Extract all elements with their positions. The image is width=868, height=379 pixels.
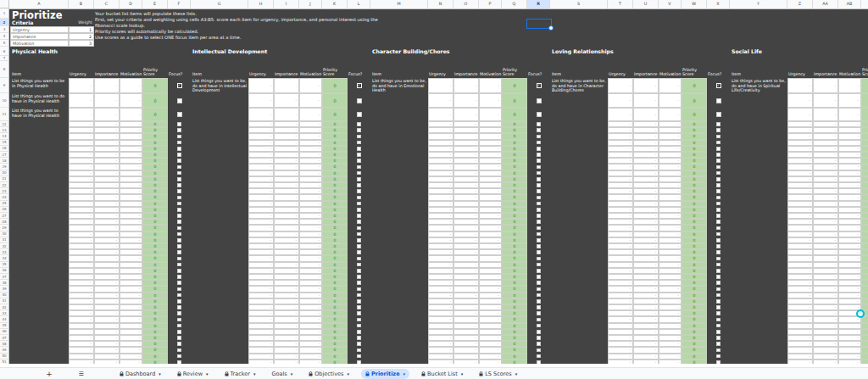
item-cell[interactable] bbox=[191, 158, 248, 164]
priority-score-cell[interactable]: 0 bbox=[502, 140, 527, 146]
priority-score-cell[interactable]: 0 bbox=[142, 170, 168, 176]
urgency-cell[interactable]: - bbox=[428, 127, 453, 133]
motivation-cell[interactable]: - bbox=[659, 219, 682, 225]
motivation-cell[interactable]: - bbox=[299, 268, 322, 274]
urgency-cell[interactable]: - bbox=[608, 316, 633, 322]
urgency-cell[interactable]: - bbox=[69, 335, 94, 341]
motivation-cell[interactable]: - bbox=[299, 108, 322, 121]
item-cell[interactable] bbox=[550, 243, 608, 249]
urgency-cell[interactable]: - bbox=[608, 182, 633, 188]
item-cell[interactable] bbox=[10, 237, 69, 243]
motivation-cell[interactable]: - bbox=[479, 354, 502, 359]
item-cell[interactable] bbox=[370, 140, 428, 146]
motivation-cell[interactable]: - bbox=[838, 201, 861, 207]
focus-checkbox[interactable] bbox=[716, 122, 721, 126]
importance-cell[interactable]: - bbox=[453, 293, 479, 298]
motivation-cell[interactable]: - bbox=[479, 146, 502, 152]
focus-checkbox[interactable] bbox=[537, 214, 541, 218]
item-cell[interactable] bbox=[550, 274, 608, 280]
row-header-37[interactable]: 37 bbox=[0, 274, 8, 280]
importance-cell[interactable]: - bbox=[633, 225, 659, 231]
importance-cell[interactable]: - bbox=[94, 231, 120, 237]
priority-score-cell[interactable]: 0 bbox=[682, 298, 707, 304]
focus-checkbox[interactable] bbox=[357, 128, 361, 132]
urgency-cell[interactable]: - bbox=[787, 237, 813, 243]
row-header-30[interactable]: 30 bbox=[0, 231, 8, 237]
importance-cell[interactable]: - bbox=[633, 140, 659, 146]
importance-cell[interactable]: - bbox=[633, 133, 659, 139]
row-header-11[interactable]: 11 bbox=[0, 108, 8, 121]
priority-score-cell[interactable]: 0 bbox=[322, 286, 348, 292]
all-sheets-menu-button[interactable]: ☰ bbox=[76, 369, 86, 379]
focus-checkbox[interactable] bbox=[177, 330, 181, 334]
focus-checkbox[interactable] bbox=[177, 159, 181, 163]
tab-menu-arrow-icon[interactable]: ▾ bbox=[403, 371, 406, 376]
motivation-cell[interactable]: - bbox=[838, 231, 861, 237]
importance-cell[interactable]: - bbox=[813, 274, 838, 280]
focus-checkbox[interactable] bbox=[357, 287, 361, 292]
focus-checkbox[interactable] bbox=[537, 171, 541, 176]
motivation-cell[interactable]: - bbox=[299, 219, 322, 225]
urgency-cell[interactable]: - bbox=[69, 329, 94, 335]
importance-cell[interactable]: - bbox=[274, 213, 299, 219]
priority-score-cell[interactable]: 0 bbox=[682, 78, 707, 93]
motivation-cell[interactable]: - bbox=[659, 304, 682, 310]
importance-cell[interactable]: - bbox=[453, 243, 479, 249]
priority-score-cell[interactable]: 0 bbox=[322, 170, 348, 176]
focus-checkbox[interactable] bbox=[177, 220, 181, 224]
focus-checkbox[interactable] bbox=[537, 244, 541, 248]
motivation-cell[interactable]: - bbox=[838, 341, 861, 347]
motivation-cell[interactable]: - bbox=[838, 225, 861, 231]
criteria-label-cell[interactable]: Urgency bbox=[10, 26, 69, 33]
focus-checkbox[interactable] bbox=[357, 342, 361, 346]
motivation-cell[interactable]: - bbox=[838, 127, 861, 133]
importance-cell[interactable]: - bbox=[813, 249, 838, 255]
motivation-cell[interactable]: - bbox=[659, 354, 682, 359]
item-cell[interactable] bbox=[370, 164, 428, 170]
column-header-F[interactable]: F bbox=[168, 0, 191, 8]
importance-cell[interactable]: - bbox=[813, 164, 838, 170]
item-cell[interactable] bbox=[370, 170, 428, 176]
importance-cell[interactable]: - bbox=[274, 194, 299, 200]
importance-cell[interactable]: - bbox=[453, 354, 479, 359]
priority-score-cell[interactable]: 0 bbox=[861, 262, 868, 268]
urgency-cell[interactable]: - bbox=[69, 164, 94, 170]
priority-score-cell[interactable]: 0 bbox=[322, 316, 348, 322]
priority-score-cell[interactable]: 0 bbox=[861, 164, 868, 170]
importance-cell[interactable]: - bbox=[274, 354, 299, 359]
priority-score-cell[interactable]: 0 bbox=[142, 243, 168, 249]
motivation-cell[interactable]: - bbox=[479, 158, 502, 164]
focus-checkbox[interactable] bbox=[716, 348, 721, 353]
urgency-cell[interactable]: - bbox=[608, 78, 633, 93]
priority-score-cell[interactable]: 0 bbox=[861, 225, 868, 231]
urgency-cell[interactable]: - bbox=[69, 280, 94, 286]
row-header-34[interactable]: 34 bbox=[0, 255, 8, 261]
urgency-cell[interactable]: - bbox=[608, 323, 633, 329]
motivation-cell[interactable]: - bbox=[479, 262, 502, 268]
importance-cell[interactable]: - bbox=[274, 93, 299, 108]
item-cell[interactable] bbox=[550, 298, 608, 304]
importance-cell[interactable]: - bbox=[453, 176, 479, 182]
motivation-cell[interactable]: - bbox=[299, 152, 322, 158]
urgency-cell[interactable]: - bbox=[608, 268, 633, 274]
item-cell[interactable] bbox=[191, 255, 248, 261]
urgency-cell[interactable]: - bbox=[248, 249, 274, 255]
priority-score-cell[interactable]: 0 bbox=[502, 231, 527, 237]
urgency-cell[interactable]: - bbox=[69, 274, 94, 280]
priority-score-cell[interactable]: 0 bbox=[861, 237, 868, 243]
focus-checkbox[interactable]: ✓ bbox=[537, 83, 542, 88]
urgency-cell[interactable]: - bbox=[608, 225, 633, 231]
focus-checkbox[interactable] bbox=[177, 141, 181, 145]
priority-score-cell[interactable]: 0 bbox=[861, 219, 868, 225]
motivation-cell[interactable]: - bbox=[299, 93, 322, 108]
focus-checkbox[interactable]: ✓ bbox=[716, 83, 721, 88]
focus-checkbox[interactable] bbox=[357, 250, 361, 254]
motivation-cell[interactable]: - bbox=[659, 133, 682, 139]
priority-score-cell[interactable]: 0 bbox=[142, 219, 168, 225]
urgency-cell[interactable]: - bbox=[787, 140, 813, 146]
item-cell[interactable] bbox=[550, 268, 608, 274]
focus-checkbox[interactable] bbox=[716, 287, 721, 292]
item-cell[interactable] bbox=[191, 304, 248, 310]
motivation-cell[interactable]: - bbox=[120, 231, 142, 237]
urgency-cell[interactable]: - bbox=[69, 140, 94, 146]
